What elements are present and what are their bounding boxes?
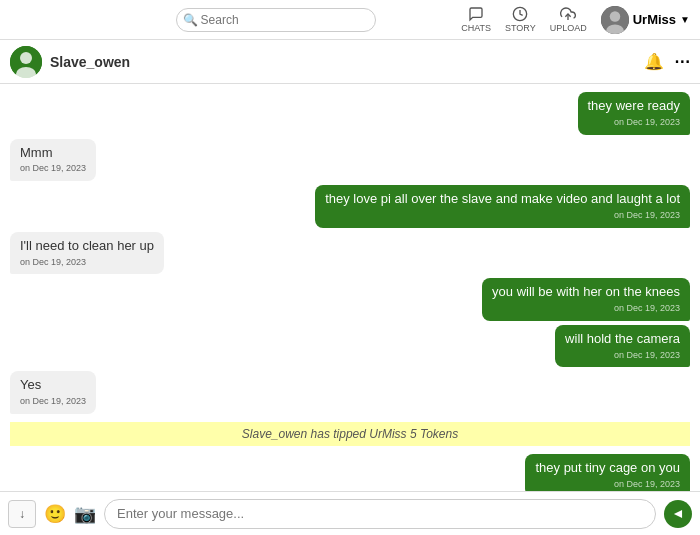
chat-avatar	[10, 46, 42, 78]
tip-notification: Slave_owen has tipped UrMiss 5 Tokens	[10, 422, 690, 446]
messages-area: they were ready on Dec 19, 2023 Mmm on D…	[0, 84, 700, 491]
message-bubble: Yes on Dec 19, 2023	[10, 371, 96, 414]
upload-label: UPLOAD	[550, 23, 587, 33]
dropdown-chevron-icon: ▼	[680, 14, 690, 25]
more-options-icon[interactable]: ⋯	[674, 52, 690, 71]
message-text: I'll need to clean her up	[20, 238, 154, 253]
svg-marker-8	[674, 509, 682, 517]
top-nav-icons: CHATS STORY UPLOAD UrMiss ▼	[461, 6, 690, 34]
chat-header-left: Slave_owen	[10, 46, 130, 78]
image-button[interactable]: 📷	[74, 503, 96, 525]
chat-header: Slave_owen 🔔 ⋯	[0, 40, 700, 84]
message-text: will hold the camera	[565, 331, 680, 346]
user-menu[interactable]: UrMiss ▼	[601, 6, 690, 34]
message-timestamp: on Dec 19, 2023	[565, 350, 680, 362]
emoji-button[interactable]: 🙂	[44, 503, 66, 525]
story-nav-button[interactable]: STORY	[505, 6, 536, 33]
message-bubble: I'll need to clean her up on Dec 19, 202…	[10, 232, 164, 275]
avatar	[601, 6, 629, 34]
scroll-down-button[interactable]: ↓	[8, 500, 36, 528]
message-bubble: they love pi all over the slave and make…	[315, 185, 690, 228]
message-text: Mmm	[20, 145, 53, 160]
chats-label: CHATS	[461, 23, 491, 33]
table-row: I'll need to clean her up on Dec 19, 202…	[10, 232, 690, 275]
message-input[interactable]	[104, 499, 656, 529]
message-text: they love pi all over the slave and make…	[325, 191, 680, 206]
message-timestamp: on Dec 19, 2023	[20, 163, 86, 175]
message-bubble: Mmm on Dec 19, 2023	[10, 139, 96, 182]
search-icon: 🔍	[183, 13, 198, 27]
chat-username: Slave_owen	[50, 54, 130, 70]
message-text: they were ready	[588, 98, 681, 113]
tip-text: Slave_owen has tipped UrMiss 5 Tokens	[242, 427, 458, 441]
table-row: they put tiny cage on you on Dec 19, 202…	[10, 454, 690, 491]
chat-header-right: 🔔 ⋯	[644, 52, 690, 71]
search-bar[interactable]: 🔍	[176, 8, 376, 32]
message-bubble: they put tiny cage on you on Dec 19, 202…	[525, 454, 690, 491]
message-text: Yes	[20, 377, 41, 392]
message-timestamp: on Dec 19, 2023	[492, 303, 680, 315]
chats-nav-button[interactable]: CHATS	[461, 6, 491, 33]
message-bubble: you will be with her on the knees on Dec…	[482, 278, 690, 321]
table-row: they love pi all over the slave and make…	[10, 185, 690, 228]
search-input[interactable]	[176, 8, 376, 32]
message-bubble: will hold the camera on Dec 19, 2023	[555, 325, 690, 368]
message-text: they put tiny cage on you	[535, 460, 680, 475]
message-timestamp: on Dec 19, 2023	[20, 257, 154, 269]
table-row: Yes on Dec 19, 2023	[10, 371, 690, 414]
upload-nav-button[interactable]: UPLOAD	[550, 6, 587, 33]
table-row: they were ready on Dec 19, 2023	[10, 92, 690, 135]
table-row: you will be with her on the knees on Dec…	[10, 278, 690, 321]
send-button[interactable]	[664, 500, 692, 528]
bell-icon[interactable]: 🔔	[644, 52, 664, 71]
top-navigation: 🔍 CHATS STORY UPLOAD UrMiss ▼	[0, 0, 700, 40]
svg-point-6	[20, 52, 32, 64]
table-row: Mmm on Dec 19, 2023	[10, 139, 690, 182]
message-timestamp: on Dec 19, 2023	[535, 479, 680, 491]
message-timestamp: on Dec 19, 2023	[20, 396, 86, 408]
story-label: STORY	[505, 23, 536, 33]
message-text: you will be with her on the knees	[492, 284, 680, 299]
svg-point-3	[609, 11, 620, 22]
table-row: will hold the camera on Dec 19, 2023	[10, 325, 690, 368]
username-label: UrMiss	[633, 12, 676, 27]
message-timestamp: on Dec 19, 2023	[325, 210, 680, 222]
bottom-bar: ↓ 🙂 📷	[0, 491, 700, 535]
message-bubble: they were ready on Dec 19, 2023	[578, 92, 691, 135]
message-timestamp: on Dec 19, 2023	[588, 117, 681, 129]
